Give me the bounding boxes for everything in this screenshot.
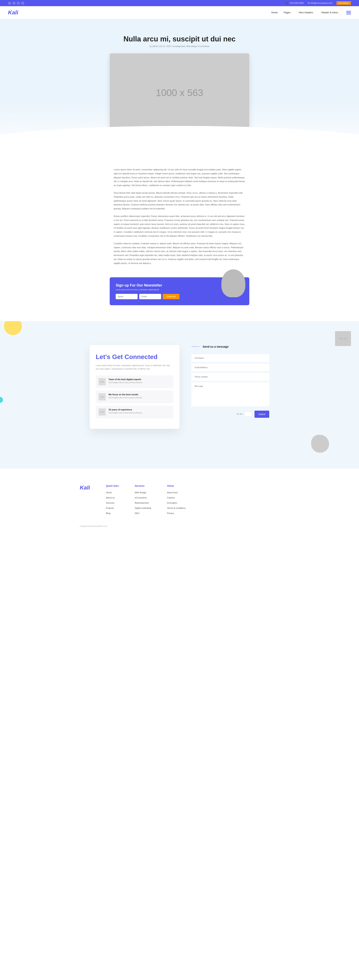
contact-form: Send us a message 4 + 5 = Submit [191,345,269,429]
chevron-down-icon: ⌄ [314,12,315,14]
footer-link[interactable]: SEO [135,512,151,514]
footer-logo-col: Kali [80,485,90,517]
paragraph: Curabitur vitae leo sodales, molestie ma… [114,242,245,266]
newsletter-decor-icon [222,269,245,297]
footer-col-title: Quick links [106,485,119,487]
hamburger-menu[interactable] [346,10,351,15]
email-input[interactable] [191,364,269,371]
pinterest-icon[interactable]: p [17,2,20,5]
nav-home[interactable]: Home [271,11,278,14]
footer-services: Services Web design eCommerce Advertisem… [135,485,151,517]
newsletter-email-input[interactable] [139,294,161,299]
footer-logo[interactable]: Kali [80,485,90,491]
article-body: Lorem ipsum dolor sit amet, consectetur … [110,168,249,266]
captcha: 4 + 5 = [237,412,252,417]
newsletter-sub: Lorem ipsum dolor sit amet, consectetur … [116,289,243,291]
chevron-down-icon: ⌄ [291,12,293,14]
nav-header[interactable]: Header & menu⌄ [321,11,340,14]
paragraph: Donec porttitor ullamcorper imperdiet. D… [114,214,245,238]
footer-col-title: About [167,485,185,487]
message-input[interactable] [191,382,269,406]
grey-blob-decor [311,435,329,453]
footer-col-title: Services [135,485,151,487]
nav-links: Home Pages⌄ Hero headers⌄ Header & menu⌄ [271,10,351,15]
footer-link[interactable]: eCommerce [135,496,151,499]
social-icons: f t p y [8,2,24,5]
page-title: Nulla arcu mi, suscipit ut dui nec [8,35,351,43]
feature-title: 15 years of experience [108,409,143,411]
contact-email: ✉ info@mycompany.com [308,2,332,5]
feature-title: We focus on the best results [108,393,143,396]
youtube-icon[interactable]: y [21,2,24,5]
small-image-placeholder: 200 x 191 [335,331,351,346]
footer-quicklinks: Quick links Home About us Services Proje… [106,485,119,517]
feature-icon: 30x30 [99,409,106,415]
get-started-button[interactable]: Get started [337,1,351,5]
phone-number: 📞 +615.555.5555 [286,2,304,5]
footer-link[interactable]: Digital marketing [135,507,151,509]
footer-link[interactable]: Services [106,502,119,504]
feature-icon: 30x30 [99,393,106,401]
feature-desc: Sed fringilla nulla id ante pulvinar pha… [108,412,143,414]
post-meta: by admin | Oct 21, 2022 | Uncategorized,… [8,45,351,48]
copyright: Designed by MarkHendriksen.com [80,525,279,527]
logo[interactable]: Kali [8,10,18,16]
yellow-circle-decor [4,321,22,335]
topbar-contact: 📞 +615.555.5555 ✉ info@mycompany.com Get… [286,1,351,5]
connect-section: 200 x 191 Let's Get Connected Lorem ipsu… [0,321,359,469]
footer-link[interactable]: Projects [106,507,119,509]
captcha-input[interactable] [244,412,252,417]
connect-title: Let's Get Connected [96,353,174,361]
placeholder-credit: Powered by HTML.COM [230,129,247,131]
feature-title: Team of the best digital experts [108,378,143,380]
navbar: Kali Home Pages⌄ Hero headers⌄ Header & … [0,6,359,19]
footer-link[interactable]: Terms & conditions [167,507,185,509]
footer-link[interactable]: Advertisement [135,502,151,504]
footer-link[interactable]: Home [106,491,119,494]
feature-item: 30x30 Team of the best digital expertsSe… [96,375,174,388]
chevron-down-icon: ⌄ [339,12,340,14]
paragraph: Duis lobortis felis vitae ligula iaculis… [114,191,245,211]
newsletter-box: Sign up For Our Newsletter Lorem ipsum d… [110,277,249,305]
hero-section: Nulla arcu mi, suscipit ut dui nec by ad… [0,19,359,156]
footer-link[interactable]: About us [106,496,119,499]
footer-link[interactable]: About Kavi [167,491,185,494]
cyan-dot-decor [0,397,3,403]
featured-image-placeholder: 1000 x 563 Powered by HTML.COM [110,53,249,132]
feature-desc: Sed fringilla nulla id ante pulvinar pha… [108,381,143,384]
connect-sub: Lorem ipsum dolor sit amet, consectetur … [96,364,174,371]
newsletter-name-input[interactable] [116,294,137,299]
topbar: f t p y 📞 +615.555.5555 ✉ info@mycompany… [0,0,359,6]
footer-link[interactable]: Privacy [167,512,185,514]
nav-hero[interactable]: Hero headers⌄ [298,11,315,14]
feature-desc: Sed fringilla nulla id ante pulvinar pha… [108,396,143,399]
facebook-icon[interactable]: f [8,2,11,5]
phone-input[interactable] [191,373,269,381]
footer-link[interactable]: Blog [106,512,119,514]
form-header: Send us a message [191,345,269,348]
form-title: Send us a message [203,345,228,348]
paragraph: Lorem ipsum dolor sit amet, consectetur … [114,168,245,188]
footer-link[interactable]: Careers [167,496,185,499]
footer: Kali Quick links Home About us Services … [0,469,359,531]
submit-button[interactable]: Submit [254,410,269,418]
connect-card: Let's Get Connected Lorem ipsum dolor si… [90,345,179,429]
feature-item: 30x30 15 years of experienceSed fringill… [96,406,174,418]
feature-icon: 30x30 [99,378,106,385]
footer-about: About About Kavi Careers Innovation Term… [167,485,185,517]
subscribe-button[interactable]: Subscribe [163,294,179,299]
feature-item: 30x30 We focus on the best resultsSed fr… [96,390,174,403]
nav-pages[interactable]: Pages⌄ [284,11,293,14]
newsletter-form: Subscribe [116,294,243,299]
fullname-input[interactable] [191,354,269,362]
twitter-icon[interactable]: t [12,2,16,5]
footer-link[interactable]: Web design [135,491,151,494]
footer-link[interactable]: Innovation [167,502,185,504]
